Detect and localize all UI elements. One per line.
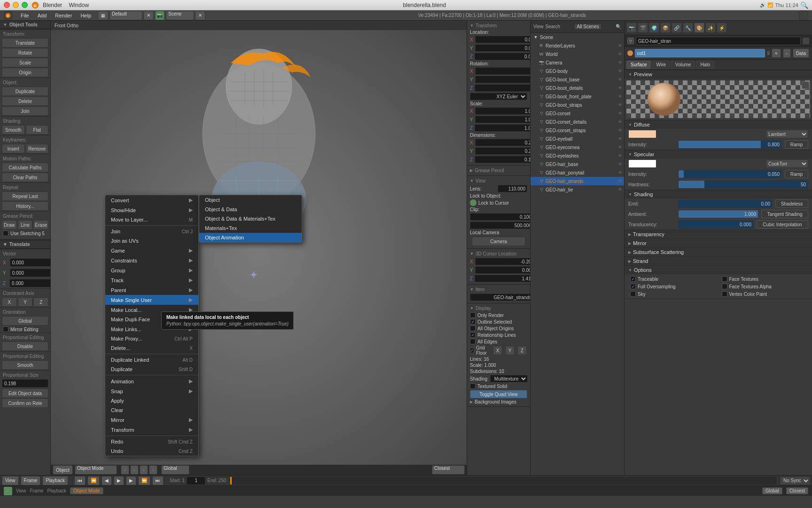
- only-render-cb[interactable]: [470, 312, 476, 318]
- flat-btn[interactable]: Flat: [26, 125, 49, 135]
- vp-mode-select[interactable]: Object Mode: [75, 465, 117, 475]
- halo-tab[interactable]: Halo: [696, 61, 714, 69]
- timeline-view-btn[interactable]: View: [2, 476, 19, 485]
- repeat-last-btn[interactable]: Repeat Last: [2, 191, 48, 201]
- timeline-frame-btn[interactable]: Frame: [21, 476, 41, 485]
- active-object-input[interactable]: [636, 37, 801, 45]
- settings-icon[interactable]: [799, 11, 808, 20]
- subsurface-header[interactable]: ▶ Subsurface Scattering: [625, 248, 812, 256]
- mat-data-btn[interactable]: Data: [793, 48, 809, 58]
- mat-minus-btn[interactable]: -: [783, 48, 791, 58]
- cursor-x-input[interactable]: [475, 258, 530, 265]
- vp-global-select[interactable]: Global: [161, 465, 189, 475]
- minimize-button[interactable]: [13, 2, 19, 8]
- ctx-constraints[interactable]: Constraints▶: [105, 255, 198, 265]
- geo-hair-strands-item[interactable]: ▽ GEO-hair_strands 👁: [531, 177, 624, 185]
- geo-body-item[interactable]: ▽ GEO-body 👁: [531, 67, 624, 75]
- ctx-parent[interactable]: Parent▶: [105, 285, 198, 295]
- timeline-prev-key-btn[interactable]: ⏪: [87, 476, 100, 485]
- mirror-header[interactable]: ▶ Mirror: [625, 239, 812, 247]
- ctx-delete[interactable]: Delete...X: [105, 343, 198, 353]
- all-origins-cb[interactable]: [470, 325, 476, 331]
- cy-btn[interactable]: Y: [18, 297, 33, 307]
- sub-object-animation[interactable]: Object Animation: [199, 233, 302, 242]
- lz-input[interactable]: [475, 53, 530, 60]
- blender-icon-btn[interactable]: B: [4, 11, 12, 20]
- current-frame-input[interactable]: [187, 476, 205, 485]
- particles-tab[interactable]: ✨: [705, 23, 716, 33]
- shading-section-header[interactable]: ▼ Shading: [625, 190, 812, 198]
- renderlayers-item[interactable]: R RenderLayers 👁: [531, 41, 624, 50]
- edit-object-btn[interactable]: Edit Object data: [2, 389, 48, 398]
- object-mode-btn2[interactable]: Object Mode: [70, 487, 103, 494]
- layout-select[interactable]: Default: [109, 11, 142, 20]
- options-header[interactable]: ▼ Options: [625, 266, 812, 274]
- scene-close-btn[interactable]: ✕: [195, 11, 205, 20]
- rx-input[interactable]: [475, 67, 530, 75]
- material-tab[interactable]: 🎨: [694, 23, 704, 33]
- sub-object-data-mats[interactable]: Object & Data & Materials+Tex: [199, 214, 302, 223]
- transparency-header[interactable]: ▶ Transparency: [625, 230, 812, 238]
- geo-boot-front-item[interactable]: ▽ GEO-boot_front_plate 👁: [531, 92, 624, 101]
- face-textures-cb[interactable]: [722, 276, 727, 282]
- vp-icon1[interactable]: ·: [121, 465, 129, 475]
- grid-z-btn[interactable]: Z: [517, 346, 527, 355]
- sub-mats-tex[interactable]: Materials+Tex: [199, 223, 302, 233]
- camera-item[interactable]: 📷 Camera 👁: [531, 58, 624, 67]
- use-sketching-checkbox[interactable]: [3, 230, 8, 236]
- line-btn[interactable]: Line: [18, 220, 33, 230]
- ctx-mirror[interactable]: Mirror▶: [105, 415, 198, 425]
- camera-btn[interactable]: Camera: [472, 237, 525, 246]
- world-tab[interactable]: 🌍: [649, 23, 659, 33]
- diffuse-ramp-btn[interactable]: Ramp: [785, 140, 808, 149]
- geo-corset-item[interactable]: ▽ GEO-corset 👁: [531, 109, 624, 118]
- sub-object[interactable]: Object: [199, 195, 302, 205]
- surface-tab[interactable]: Surface: [626, 61, 651, 69]
- grid-x-btn[interactable]: X: [493, 346, 502, 355]
- geo-eyecornea-item[interactable]: ▽ GEO-eyecornea 👁: [531, 143, 624, 151]
- scale-btn[interactable]: Scale: [2, 58, 48, 67]
- calc-paths-btn[interactable]: Calculate Paths: [2, 163, 48, 172]
- vertex-color-cb[interactable]: [722, 291, 727, 297]
- sy-input[interactable]: [475, 116, 530, 123]
- ctx-dup-linked[interactable]: Duplicate LinkedAlt D: [105, 355, 198, 365]
- sync-select[interactable]: No Sync: [780, 476, 810, 485]
- mat-plus-btn[interactable]: +: [772, 48, 781, 58]
- grid-floor-cb[interactable]: [470, 348, 474, 353]
- specular-intensity-slider[interactable]: 0.050: [678, 170, 782, 178]
- ctx-duplicate[interactable]: DuplicateShift D: [105, 365, 198, 374]
- item-name-input[interactable]: [470, 294, 530, 301]
- cz-btn[interactable]: Z: [33, 297, 48, 307]
- ctx-redo[interactable]: RedoShift Cmd Z: [105, 437, 198, 446]
- timeline-playback-btn[interactable]: Playback: [42, 476, 68, 485]
- diffuse-shader-select[interactable]: Lambert: [766, 130, 808, 138]
- shading-val-select[interactable]: Multitexture: [490, 375, 528, 382]
- geo-hair-tie-item[interactable]: ▽ GEO-hair_tie 👁: [531, 185, 624, 194]
- disable-btn[interactable]: Disable: [2, 341, 48, 351]
- rz-input[interactable]: [475, 84, 530, 92]
- material-name-input[interactable]: [635, 49, 765, 57]
- menu-help[interactable]: Help: [77, 12, 95, 19]
- scene-item[interactable]: ▼ Scene: [531, 33, 624, 41]
- ctx-apply[interactable]: Apply: [105, 396, 198, 405]
- rotation-mode-select[interactable]: XYZ Euler: [470, 93, 527, 100]
- hardness-slider[interactable]: 50: [678, 180, 808, 189]
- render-tab[interactable]: 📷: [626, 23, 637, 33]
- traceable-cb[interactable]: [630, 276, 636, 282]
- menu-render[interactable]: Render: [51, 12, 76, 19]
- ctx-snap[interactable]: Snap▶: [105, 386, 198, 396]
- origin-btn[interactable]: Origin: [2, 68, 48, 77]
- ry-input[interactable]: [475, 76, 530, 83]
- ambient-slider[interactable]: 1.000: [678, 210, 758, 218]
- tangent-shading-btn[interactable]: Tangent Shading: [761, 210, 808, 218]
- world-item[interactable]: W World 👁: [531, 50, 624, 58]
- layout-close-btn[interactable]: ✕: [143, 11, 154, 20]
- scene-tab[interactable]: 🎬: [638, 23, 648, 33]
- join-btn[interactable]: Join: [2, 106, 48, 116]
- browse-object-btn[interactable]: [803, 38, 809, 44]
- timeline-jump-start-btn[interactable]: ⏮: [74, 476, 86, 485]
- insert-btn[interactable]: Insert: [2, 144, 25, 153]
- physics-tab[interactable]: ⚡: [717, 23, 727, 33]
- lx-input[interactable]: [475, 36, 530, 43]
- all-edges-cb[interactable]: [470, 339, 476, 344]
